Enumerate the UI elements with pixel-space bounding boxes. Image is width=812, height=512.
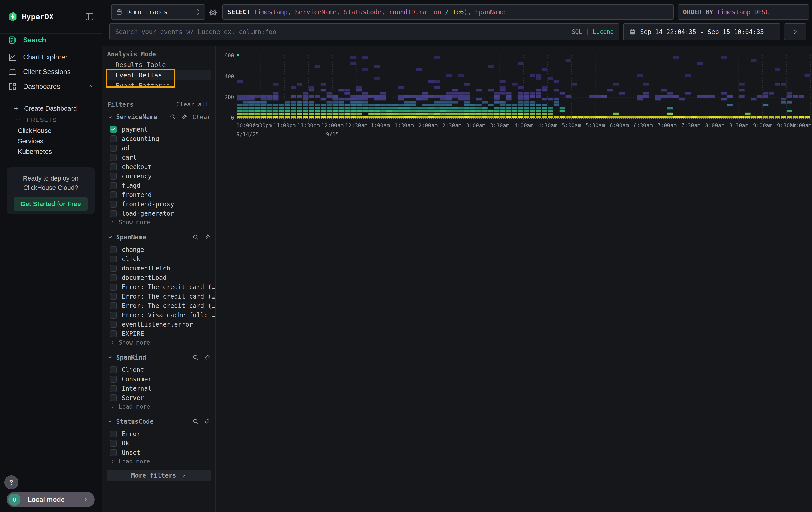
- pin-icon[interactable]: [181, 113, 188, 120]
- checkbox[interactable]: [110, 302, 117, 309]
- checkbox[interactable]: [110, 265, 117, 272]
- filter-option-error[interactable]: Error: [110, 429, 140, 438]
- checkbox[interactable]: [110, 135, 117, 142]
- filter-option-consumer[interactable]: Consumer: [110, 375, 152, 383]
- checkbox[interactable]: [110, 376, 117, 383]
- filter-option-ad[interactable]: ad: [110, 143, 129, 153]
- filter-option-documentfetch[interactable]: documentFetch: [110, 264, 170, 273]
- preset-item-clickhouse[interactable]: ClickHouse: [0, 125, 102, 136]
- preset-item-services[interactable]: Services: [0, 136, 102, 146]
- filter-option-internal[interactable]: Internal: [110, 384, 152, 393]
- checkbox[interactable]: [110, 385, 117, 392]
- checkbox[interactable]: [110, 312, 117, 319]
- filter-option-expire[interactable]: EXPIRE: [110, 329, 144, 338]
- sidebar-item-chart-explorer[interactable]: Chart Explorer: [0, 50, 102, 64]
- sql-mode-button[interactable]: SQL: [572, 28, 582, 35]
- events-duration-heatmap-chart[interactable]: [218, 51, 812, 145]
- pin-icon[interactable]: [204, 354, 210, 360]
- source-settings-gear-icon[interactable]: [208, 8, 218, 17]
- filter-option-change[interactable]: change: [110, 245, 144, 254]
- date-range-picker[interactable]: Sep 14 22:04:35 - Sep 15 10:04:35: [623, 23, 780, 40]
- filter-option-checkout[interactable]: checkout: [110, 162, 152, 171]
- checkbox[interactable]: [110, 163, 117, 170]
- filter-option-currency[interactable]: currency: [110, 172, 152, 181]
- pin-icon[interactable]: [204, 418, 210, 425]
- search-icon[interactable]: [169, 113, 176, 120]
- search-input[interactable]: [115, 28, 572, 36]
- load-more-link[interactable]: Load more: [110, 403, 150, 411]
- checkbox[interactable]: [110, 173, 117, 180]
- filter-group-header-spanname[interactable]: SpanName: [107, 233, 210, 242]
- filter-option-eventlistener-error[interactable]: eventListener.error: [110, 320, 193, 329]
- sidebar-item-dashboards[interactable]: Dashboards: [0, 79, 102, 94]
- show-more-link[interactable]: Show more: [110, 339, 150, 347]
- show-more-link[interactable]: Show more: [110, 218, 150, 226]
- checkbox[interactable]: [110, 284, 117, 291]
- checkbox[interactable]: [110, 145, 117, 152]
- checkbox[interactable]: [110, 274, 117, 281]
- pin-icon[interactable]: [204, 234, 210, 240]
- lucene-mode-button[interactable]: Lucene: [593, 28, 614, 35]
- filter-group-header-statuscode[interactable]: StatusCode: [107, 417, 210, 426]
- checkbox[interactable]: [110, 191, 117, 198]
- analysis-mode-option-event-deltas[interactable]: Event Deltas: [107, 70, 211, 80]
- checkbox[interactable]: [110, 293, 117, 300]
- filter-group-header-spankind[interactable]: SpanKind: [107, 353, 210, 362]
- search-icon[interactable]: [192, 354, 199, 360]
- search-icon[interactable]: [192, 418, 199, 425]
- checkbox[interactable]: [110, 367, 117, 373]
- preset-item-kubernetes[interactable]: Kubernetes: [0, 146, 102, 157]
- checkbox[interactable]: [110, 395, 117, 401]
- checkbox-checked[interactable]: [110, 126, 117, 133]
- filter-option-error-the-credit-card[interactable]: Error: The credit card (…: [110, 301, 215, 310]
- sidebar-item-search[interactable]: Search: [0, 33, 102, 47]
- checkbox[interactable]: [110, 182, 117, 189]
- more-filters-button[interactable]: More filters: [107, 470, 211, 481]
- checkbox[interactable]: [110, 431, 117, 437]
- clear-all-filters-button[interactable]: Clear all: [176, 101, 209, 108]
- filter-option-unset[interactable]: Unset: [110, 448, 140, 457]
- checkbox[interactable]: [110, 330, 117, 337]
- load-more-link[interactable]: Load more: [110, 457, 150, 465]
- checkbox[interactable]: [110, 246, 117, 253]
- filter-option-error-visa-cache-full[interactable]: Error: Visa cache full: …: [110, 311, 215, 319]
- checkbox[interactable]: [110, 449, 117, 456]
- filter-option-payment[interactable]: payment: [110, 125, 148, 134]
- filter-option-frontend[interactable]: frontend: [110, 190, 152, 199]
- filter-option-client[interactable]: Client: [110, 365, 144, 374]
- run-query-button[interactable]: [784, 23, 806, 40]
- filter-option-documentload[interactable]: documentLoad: [110, 273, 167, 282]
- sql-select-input[interactable]: SELECT Timestamp, ServiceName, StatusCod…: [222, 4, 674, 20]
- checkbox[interactable]: [110, 321, 117, 328]
- filter-option-accounting[interactable]: accounting: [110, 134, 159, 143]
- filter-group-header-servicename[interactable]: ServiceNameClear: [107, 112, 210, 121]
- analysis-mode-option-results-table[interactable]: Results Table: [107, 59, 211, 70]
- filter-option-error-the-credit-card[interactable]: Error: The credit card (…: [110, 282, 215, 291]
- create-dashboard-button[interactable]: + Create Dashboard: [0, 103, 102, 114]
- filters-label: Filters: [107, 101, 134, 108]
- checkbox[interactable]: [110, 210, 117, 217]
- filter-option-flagd[interactable]: flagd: [110, 181, 140, 190]
- sidebar-collapse-icon[interactable]: [85, 12, 94, 22]
- filter-option-frontend-proxy[interactable]: frontend-proxy: [110, 200, 174, 209]
- order-by-input[interactable]: ORDER BY Timestamp DESC: [678, 4, 809, 20]
- presets-toggle[interactable]: PRESETS: [0, 114, 102, 125]
- get-started-button[interactable]: Get Started for Free: [14, 197, 88, 211]
- checkbox[interactable]: [110, 440, 117, 447]
- checkbox[interactable]: [110, 154, 117, 161]
- local-mode-menu[interactable]: U Local mode: [7, 492, 95, 507]
- filter-option-server[interactable]: Server: [110, 393, 144, 402]
- search-icon[interactable]: [192, 234, 199, 240]
- filter-option-ok[interactable]: Ok: [110, 439, 129, 448]
- filter-option-click[interactable]: click: [110, 254, 140, 263]
- filter-option-load-generator[interactable]: load-generator: [110, 209, 174, 218]
- checkbox[interactable]: [110, 255, 117, 263]
- clear-group-button[interactable]: Clear: [193, 113, 210, 120]
- help-button[interactable]: ?: [4, 476, 18, 489]
- filter-option-cart[interactable]: cart: [110, 153, 137, 162]
- filter-option-error-the-credit-card[interactable]: Error: The credit card (…: [110, 292, 215, 301]
- analysis-mode-option-event-patterns[interactable]: Event Patterns: [107, 80, 211, 91]
- source-select[interactable]: Demo Traces: [111, 4, 205, 20]
- checkbox[interactable]: [110, 201, 117, 208]
- sidebar-item-client-sessions[interactable]: Client Sessions: [0, 64, 102, 79]
